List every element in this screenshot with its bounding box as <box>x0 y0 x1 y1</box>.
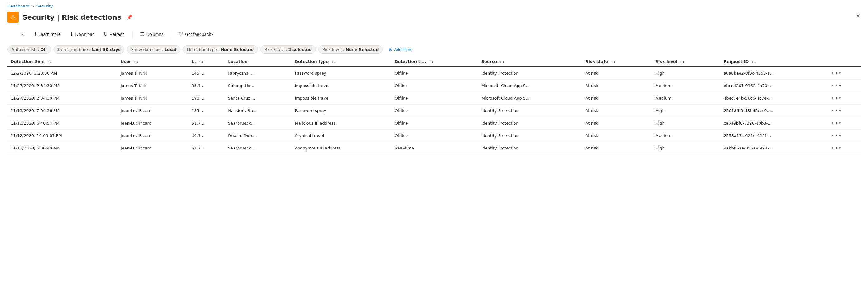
table-row[interactable]: 11/12/2020, 10:03:07 PM Jean-Luc Picard … <box>7 130 861 142</box>
toolbar-divider-2 <box>171 31 171 38</box>
col-det-time2[interactable]: Detection ti... ↑↓ <box>392 57 478 67</box>
feedback-button[interactable]: ♡ Got feedback? <box>175 29 217 39</box>
cell-request-id: 4bec7e4b-56c5-4c7e-... <box>720 92 828 105</box>
sort-icon-risk-state: ↑↓ <box>611 60 616 64</box>
breadcrumb-separator: > <box>31 4 35 8</box>
table-header-row: Detection time ↑↓ User ↑↓ I.. ↑↓ Locatio… <box>7 57 861 67</box>
cell-source: Identity Protection <box>478 105 582 117</box>
close-icon[interactable]: ✕ <box>856 13 861 19</box>
cell-user: Jean-Luc Picard <box>118 117 188 130</box>
columns-button[interactable]: ☰ Columns <box>136 29 167 39</box>
cell-row-menu[interactable]: ••• <box>828 92 861 105</box>
cell-source: Identity Protection <box>478 130 582 142</box>
cell-user: Jean-Luc Picard <box>118 142 188 154</box>
learn-more-button[interactable]: ℹ Learn more <box>31 29 65 39</box>
breadcrumb: Dashboard > Security <box>0 0 868 10</box>
cell-risk-state: At risk <box>582 92 652 105</box>
cell-location: Soborg, Ho... <box>225 80 291 92</box>
col-location[interactable]: Location <box>225 57 291 67</box>
row-menu-icon[interactable]: ••• <box>831 145 842 151</box>
filter-chips: Auto refresh :OffDetection time :Last 90… <box>7 45 382 54</box>
sidebar-toggle[interactable]: » <box>19 29 27 39</box>
cell-det-time2: Offline <box>392 130 478 142</box>
toolbar-divider <box>132 31 132 38</box>
cell-request-id: a6a8bae2-8f0c-4558-a... <box>720 67 828 80</box>
download-button[interactable]: ⬇ Download <box>66 29 98 39</box>
cell-risk-state: At risk <box>582 80 652 92</box>
breadcrumb-current[interactable]: Security <box>36 4 53 8</box>
row-menu-icon[interactable]: ••• <box>831 120 842 126</box>
filter-chip-1[interactable]: Detection time :Last 90 days <box>54 45 124 54</box>
cell-detection-time: 11/12/2020, 10:03:07 PM <box>7 130 118 142</box>
table-row[interactable]: 11/27/2020, 2:34:30 PM James T. Kirk 190… <box>7 92 861 105</box>
cell-detection-time: 11/13/2020, 7:04:36 PM <box>7 105 118 117</box>
cell-det-time2: Offline <box>392 67 478 80</box>
cell-det-time2: Offline <box>392 117 478 130</box>
col-source[interactable]: Source ↑↓ <box>478 57 582 67</box>
cell-row-menu[interactable]: ••• <box>828 67 861 80</box>
sort-icon-risk-level: ↑↓ <box>680 60 685 64</box>
col-user[interactable]: User ↑↓ <box>118 57 188 67</box>
cell-ip: 93.1... <box>188 80 225 92</box>
page-title: Security | Risk detections <box>23 13 121 21</box>
cell-request-id: 250186f0-ff8f-45da-9a... <box>720 105 828 117</box>
cell-ip: 145.... <box>188 67 225 80</box>
col-detection-type[interactable]: Detection type ↑↓ <box>291 57 391 67</box>
cell-detection-time: 12/2/2020, 3:23:50 AM <box>7 67 118 80</box>
filter-chip-3[interactable]: Detection type :None Selected <box>183 45 258 54</box>
cell-source: Identity Protection <box>478 142 582 154</box>
table-row[interactable]: 12/2/2020, 3:23:50 AM James T. Kirk 145.… <box>7 67 861 80</box>
row-menu-icon[interactable]: ••• <box>831 95 842 101</box>
row-menu-icon[interactable]: ••• <box>831 133 842 139</box>
cell-det-time2: Real-time <box>392 142 478 154</box>
col-risk-state[interactable]: Risk state ↑↓ <box>582 57 652 67</box>
cell-detection-type: Impossible travel <box>291 92 391 105</box>
sort-icon-request-id: ↑↓ <box>751 60 756 64</box>
cell-ip: 190.... <box>188 92 225 105</box>
risk-detections-table: Detection time ↑↓ User ↑↓ I.. ↑↓ Locatio… <box>7 57 861 154</box>
col-request-id[interactable]: Request ID ↑↓ <box>720 57 828 67</box>
filter-chip-0[interactable]: Auto refresh :Off <box>7 45 51 54</box>
col-detection-time[interactable]: Detection time ↑↓ <box>7 57 118 67</box>
refresh-button[interactable]: ↻ Refresh <box>100 29 128 39</box>
breadcrumb-dashboard[interactable]: Dashboard <box>7 4 30 8</box>
pin-icon[interactable]: 📌 <box>126 15 132 20</box>
row-menu-icon[interactable]: ••• <box>831 83 842 89</box>
cell-row-menu[interactable]: ••• <box>828 105 861 117</box>
info-icon: ℹ <box>35 31 36 37</box>
cell-detection-type: Atypical travel <box>291 130 391 142</box>
cell-risk-level: High <box>652 142 720 154</box>
cell-detection-type: Anonymous IP address <box>291 142 391 154</box>
filter-chip-4[interactable]: Risk state :2 selected <box>260 45 316 54</box>
sort-icon-det-time2: ↑↓ <box>428 60 434 64</box>
cell-row-menu[interactable]: ••• <box>828 80 861 92</box>
cell-detection-time: 11/13/2020, 6:48:54 PM <box>7 117 118 130</box>
table-row[interactable]: 11/27/2020, 2:34:30 PM James T. Kirk 93.… <box>7 80 861 92</box>
row-menu-icon[interactable]: ••• <box>831 70 842 76</box>
cell-risk-state: At risk <box>582 67 652 80</box>
cell-risk-state: At risk <box>582 105 652 117</box>
cell-location: Santa Cruz ... <box>225 92 291 105</box>
table-body: 12/2/2020, 3:23:50 AM James T. Kirk 145.… <box>7 67 861 154</box>
table-row[interactable]: 11/12/2020, 6:36:40 AM Jean-Luc Picard 5… <box>7 142 861 154</box>
sort-icon-type: ↑↓ <box>331 60 336 64</box>
cell-row-menu[interactable]: ••• <box>828 130 861 142</box>
col-ip[interactable]: I.. ↑↓ <box>188 57 225 67</box>
cell-request-id: 2558a17c-621d-425f-... <box>720 130 828 142</box>
table-row[interactable]: 11/13/2020, 7:04:36 PM Jean-Luc Picard 1… <box>7 105 861 117</box>
filter-chip-5[interactable]: Risk level :None Selected <box>318 45 382 54</box>
cell-detection-type: Impossible travel <box>291 80 391 92</box>
cell-detection-type: Password spray <box>291 105 391 117</box>
cell-row-menu[interactable]: ••• <box>828 142 861 154</box>
cell-source: Microsoft Cloud App S... <box>478 92 582 105</box>
col-risk-level[interactable]: Risk level ↑↓ <box>652 57 720 67</box>
cell-row-menu[interactable]: ••• <box>828 117 861 130</box>
cell-location: Saarbrueck... <box>225 142 291 154</box>
filter-chip-2[interactable]: Show dates as :Local <box>127 45 180 54</box>
row-menu-icon[interactable]: ••• <box>831 108 842 114</box>
cell-detection-type: Malicious IP address <box>291 117 391 130</box>
cell-location: Dublin, Dub... <box>225 130 291 142</box>
add-filters-button[interactable]: ⊕ Add filters <box>385 46 416 53</box>
cell-location: Hassfurt, Ba... <box>225 105 291 117</box>
table-row[interactable]: 11/13/2020, 6:48:54 PM Jean-Luc Picard 5… <box>7 117 861 130</box>
